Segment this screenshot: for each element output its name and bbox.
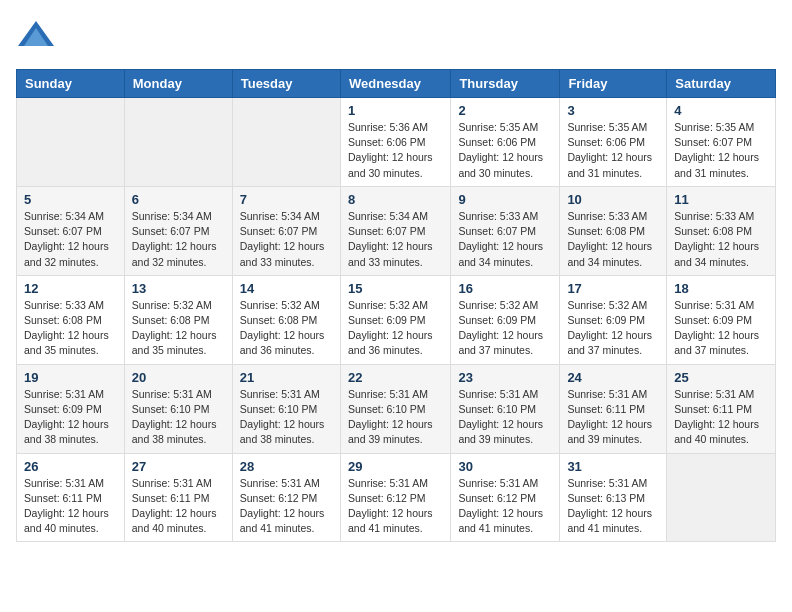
day-info-text: Sunrise: 5:35 AM Sunset: 6:07 PM Dayligh… [674, 120, 768, 181]
day-number: 11 [674, 192, 768, 207]
calendar-cell [667, 453, 776, 542]
day-number: 14 [240, 281, 333, 296]
day-info-text: Sunrise: 5:32 AM Sunset: 6:08 PM Dayligh… [132, 298, 225, 359]
calendar-cell: 18Sunrise: 5:31 AM Sunset: 6:09 PM Dayli… [667, 275, 776, 364]
calendar-cell: 11Sunrise: 5:33 AM Sunset: 6:08 PM Dayli… [667, 186, 776, 275]
calendar-week-row: 1Sunrise: 5:36 AM Sunset: 6:06 PM Daylig… [17, 98, 776, 187]
day-number: 8 [348, 192, 443, 207]
day-number: 19 [24, 370, 117, 385]
day-number: 26 [24, 459, 117, 474]
day-info-text: Sunrise: 5:33 AM Sunset: 6:07 PM Dayligh… [458, 209, 552, 270]
calendar-cell [124, 98, 232, 187]
day-number: 28 [240, 459, 333, 474]
calendar-cell: 17Sunrise: 5:32 AM Sunset: 6:09 PM Dayli… [560, 275, 667, 364]
calendar-cell: 26Sunrise: 5:31 AM Sunset: 6:11 PM Dayli… [17, 453, 125, 542]
calendar-cell: 1Sunrise: 5:36 AM Sunset: 6:06 PM Daylig… [340, 98, 450, 187]
day-number: 12 [24, 281, 117, 296]
day-number: 9 [458, 192, 552, 207]
calendar-cell: 16Sunrise: 5:32 AM Sunset: 6:09 PM Dayli… [451, 275, 560, 364]
day-info-text: Sunrise: 5:31 AM Sunset: 6:12 PM Dayligh… [458, 476, 552, 537]
day-info-text: Sunrise: 5:31 AM Sunset: 6:10 PM Dayligh… [458, 387, 552, 448]
day-info-text: Sunrise: 5:31 AM Sunset: 6:11 PM Dayligh… [24, 476, 117, 537]
day-number: 22 [348, 370, 443, 385]
weekday-header-saturday: Saturday [667, 70, 776, 98]
day-number: 6 [132, 192, 225, 207]
day-number: 1 [348, 103, 443, 118]
day-info-text: Sunrise: 5:35 AM Sunset: 6:06 PM Dayligh… [458, 120, 552, 181]
calendar-cell: 25Sunrise: 5:31 AM Sunset: 6:11 PM Dayli… [667, 364, 776, 453]
header [16, 16, 776, 61]
day-info-text: Sunrise: 5:31 AM Sunset: 6:11 PM Dayligh… [567, 387, 659, 448]
day-info-text: Sunrise: 5:34 AM Sunset: 6:07 PM Dayligh… [240, 209, 333, 270]
day-number: 29 [348, 459, 443, 474]
day-info-text: Sunrise: 5:33 AM Sunset: 6:08 PM Dayligh… [24, 298, 117, 359]
day-info-text: Sunrise: 5:31 AM Sunset: 6:10 PM Dayligh… [132, 387, 225, 448]
day-number: 30 [458, 459, 552, 474]
calendar-table: SundayMondayTuesdayWednesdayThursdayFrid… [16, 69, 776, 542]
day-info-text: Sunrise: 5:31 AM Sunset: 6:12 PM Dayligh… [348, 476, 443, 537]
calendar-cell: 6Sunrise: 5:34 AM Sunset: 6:07 PM Daylig… [124, 186, 232, 275]
calendar-cell: 9Sunrise: 5:33 AM Sunset: 6:07 PM Daylig… [451, 186, 560, 275]
day-number: 7 [240, 192, 333, 207]
weekday-header-tuesday: Tuesday [232, 70, 340, 98]
day-info-text: Sunrise: 5:31 AM Sunset: 6:10 PM Dayligh… [348, 387, 443, 448]
day-number: 13 [132, 281, 225, 296]
day-info-text: Sunrise: 5:32 AM Sunset: 6:09 PM Dayligh… [458, 298, 552, 359]
day-number: 10 [567, 192, 659, 207]
calendar-cell: 4Sunrise: 5:35 AM Sunset: 6:07 PM Daylig… [667, 98, 776, 187]
day-number: 27 [132, 459, 225, 474]
day-info-text: Sunrise: 5:31 AM Sunset: 6:13 PM Dayligh… [567, 476, 659, 537]
calendar-cell: 5Sunrise: 5:34 AM Sunset: 6:07 PM Daylig… [17, 186, 125, 275]
calendar-cell: 27Sunrise: 5:31 AM Sunset: 6:11 PM Dayli… [124, 453, 232, 542]
day-info-text: Sunrise: 5:31 AM Sunset: 6:09 PM Dayligh… [24, 387, 117, 448]
day-number: 16 [458, 281, 552, 296]
calendar-cell: 2Sunrise: 5:35 AM Sunset: 6:06 PM Daylig… [451, 98, 560, 187]
logo-bird-icon [16, 16, 56, 61]
day-info-text: Sunrise: 5:36 AM Sunset: 6:06 PM Dayligh… [348, 120, 443, 181]
calendar-cell: 30Sunrise: 5:31 AM Sunset: 6:12 PM Dayli… [451, 453, 560, 542]
day-info-text: Sunrise: 5:32 AM Sunset: 6:09 PM Dayligh… [567, 298, 659, 359]
day-number: 21 [240, 370, 333, 385]
day-number: 25 [674, 370, 768, 385]
weekday-header-row: SundayMondayTuesdayWednesdayThursdayFrid… [17, 70, 776, 98]
calendar-week-row: 5Sunrise: 5:34 AM Sunset: 6:07 PM Daylig… [17, 186, 776, 275]
day-info-text: Sunrise: 5:31 AM Sunset: 6:11 PM Dayligh… [132, 476, 225, 537]
day-info-text: Sunrise: 5:31 AM Sunset: 6:11 PM Dayligh… [674, 387, 768, 448]
calendar-cell: 3Sunrise: 5:35 AM Sunset: 6:06 PM Daylig… [560, 98, 667, 187]
weekday-header-thursday: Thursday [451, 70, 560, 98]
day-number: 2 [458, 103, 552, 118]
day-number: 23 [458, 370, 552, 385]
calendar-cell: 29Sunrise: 5:31 AM Sunset: 6:12 PM Dayli… [340, 453, 450, 542]
calendar-cell: 31Sunrise: 5:31 AM Sunset: 6:13 PM Dayli… [560, 453, 667, 542]
day-number: 20 [132, 370, 225, 385]
calendar-cell: 28Sunrise: 5:31 AM Sunset: 6:12 PM Dayli… [232, 453, 340, 542]
day-number: 17 [567, 281, 659, 296]
calendar-cell: 7Sunrise: 5:34 AM Sunset: 6:07 PM Daylig… [232, 186, 340, 275]
day-info-text: Sunrise: 5:32 AM Sunset: 6:08 PM Dayligh… [240, 298, 333, 359]
calendar-cell [17, 98, 125, 187]
calendar-cell: 15Sunrise: 5:32 AM Sunset: 6:09 PM Dayli… [340, 275, 450, 364]
calendar-cell: 21Sunrise: 5:31 AM Sunset: 6:10 PM Dayli… [232, 364, 340, 453]
calendar-cell: 20Sunrise: 5:31 AM Sunset: 6:10 PM Dayli… [124, 364, 232, 453]
calendar-week-row: 26Sunrise: 5:31 AM Sunset: 6:11 PM Dayli… [17, 453, 776, 542]
calendar-cell [232, 98, 340, 187]
day-number: 3 [567, 103, 659, 118]
calendar-week-row: 12Sunrise: 5:33 AM Sunset: 6:08 PM Dayli… [17, 275, 776, 364]
day-info-text: Sunrise: 5:31 AM Sunset: 6:09 PM Dayligh… [674, 298, 768, 359]
calendar-cell: 14Sunrise: 5:32 AM Sunset: 6:08 PM Dayli… [232, 275, 340, 364]
calendar-cell: 19Sunrise: 5:31 AM Sunset: 6:09 PM Dayli… [17, 364, 125, 453]
day-info-text: Sunrise: 5:31 AM Sunset: 6:10 PM Dayligh… [240, 387, 333, 448]
calendar-cell: 24Sunrise: 5:31 AM Sunset: 6:11 PM Dayli… [560, 364, 667, 453]
day-info-text: Sunrise: 5:34 AM Sunset: 6:07 PM Dayligh… [24, 209, 117, 270]
calendar-cell: 13Sunrise: 5:32 AM Sunset: 6:08 PM Dayli… [124, 275, 232, 364]
day-number: 31 [567, 459, 659, 474]
day-info-text: Sunrise: 5:33 AM Sunset: 6:08 PM Dayligh… [674, 209, 768, 270]
day-info-text: Sunrise: 5:31 AM Sunset: 6:12 PM Dayligh… [240, 476, 333, 537]
day-number: 5 [24, 192, 117, 207]
calendar-cell: 10Sunrise: 5:33 AM Sunset: 6:08 PM Dayli… [560, 186, 667, 275]
weekday-header-monday: Monday [124, 70, 232, 98]
day-number: 18 [674, 281, 768, 296]
day-number: 15 [348, 281, 443, 296]
logo [16, 16, 64, 61]
day-number: 4 [674, 103, 768, 118]
